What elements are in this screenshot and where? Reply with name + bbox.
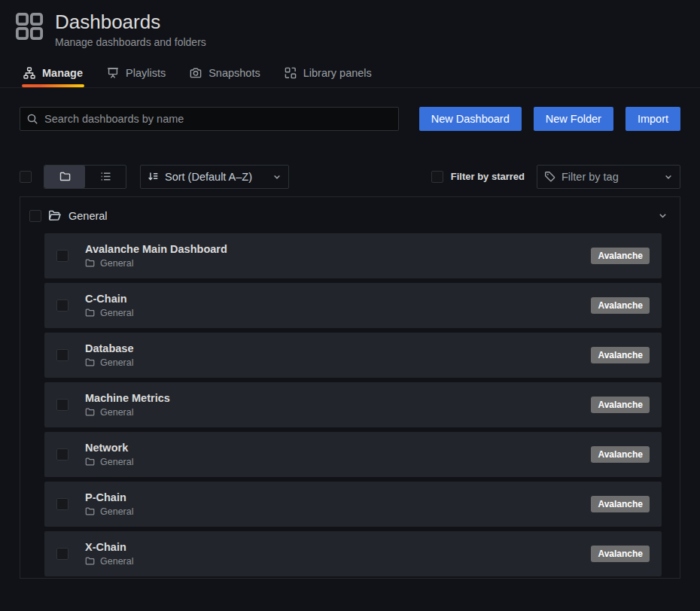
new-folder-button[interactable]: New Folder xyxy=(534,107,613,131)
dashboard-row[interactable]: X-Chain General Avalanche xyxy=(44,531,662,576)
chevron-down-icon xyxy=(272,172,282,181)
dashboard-folder: General xyxy=(85,407,170,418)
row-checkbox[interactable] xyxy=(56,349,68,361)
chevron-down-icon[interactable] xyxy=(658,211,668,220)
dashboard-row[interactable]: C-Chain General Avalanche xyxy=(44,283,662,328)
row-main: P-Chain General xyxy=(85,491,133,517)
dashboard-row[interactable]: Avalanche Main Dashboard General Avalanc… xyxy=(44,233,662,278)
library-panel-icon xyxy=(285,67,297,79)
results-container: General Avalanche Main Dashboard General… xyxy=(20,196,680,579)
folder-icon xyxy=(85,407,95,417)
new-dashboard-button[interactable]: New Dashboard xyxy=(419,107,522,131)
starred-filter[interactable]: Filter by starred xyxy=(431,171,525,183)
tab-label: Snapshots xyxy=(208,67,260,79)
sort-amount-down-icon xyxy=(148,171,159,182)
folder-icon xyxy=(59,171,71,182)
dashboard-folder: General xyxy=(85,457,133,467)
apps-icon xyxy=(15,12,44,41)
sort-dropdown[interactable]: Sort (Default A–Z) xyxy=(140,165,289,189)
dashboard-folder: General xyxy=(85,506,133,517)
select-all-checkbox[interactable] xyxy=(20,171,32,183)
folder-icon xyxy=(85,357,95,367)
dashboard-folder-label: General xyxy=(100,407,133,418)
list-view-button[interactable] xyxy=(85,166,126,188)
row-checkbox[interactable] xyxy=(56,250,68,262)
dashboard-folder: General xyxy=(85,258,227,269)
tag-badge[interactable]: Avalanche xyxy=(591,496,650,512)
tab-playlists[interactable]: Playlists xyxy=(105,61,167,87)
dashboard-title: Machine Metrics xyxy=(85,392,170,404)
row-checkbox[interactable] xyxy=(56,299,68,312)
tag-filter-dropdown[interactable]: Filter by tag xyxy=(537,165,680,189)
row-checkbox[interactable] xyxy=(56,448,68,461)
dashboard-title: X-Chain xyxy=(85,541,133,553)
tab-library-panels[interactable]: Library panels xyxy=(283,61,373,87)
row-main: Avalanche Main Dashboard General xyxy=(85,243,227,269)
search-row: New Dashboard New Folder Import xyxy=(20,107,680,131)
tabs-bar: Manage Playlists Snapshots xyxy=(0,61,700,88)
folder-section-header[interactable]: General xyxy=(20,202,680,230)
dashboard-title: Database xyxy=(85,342,133,354)
presentation-icon xyxy=(107,67,119,79)
sitemap-icon xyxy=(23,67,35,79)
row-checkbox[interactable] xyxy=(56,399,68,411)
tag-badge[interactable]: Avalanche xyxy=(591,297,650,314)
search-input[interactable] xyxy=(20,107,399,131)
folder-icon xyxy=(85,556,95,566)
main-content: New Dashboard New Folder Import xyxy=(0,107,700,579)
filter-toolbar: Sort (Default A–Z) Filter by starred Fil… xyxy=(20,165,680,189)
dashboard-folder-label: General xyxy=(100,357,133,368)
dashboard-row[interactable]: P-Chain General Avalanche xyxy=(44,482,662,527)
sort-label: Sort (Default A–Z) xyxy=(165,171,252,183)
dashboard-row[interactable]: Database General Avalanche xyxy=(44,333,662,378)
header-text: Dashboards Manage dashboards and folders xyxy=(55,11,206,48)
tag-badge[interactable]: Avalanche xyxy=(591,446,650,463)
folder-name: General xyxy=(68,210,108,222)
search-icon xyxy=(26,113,38,125)
row-checkbox[interactable] xyxy=(56,498,68,510)
chevron-down-icon xyxy=(664,172,673,181)
tag-badge[interactable]: Avalanche xyxy=(591,546,650,562)
folder-checkbox[interactable] xyxy=(29,210,41,222)
page-subtitle: Manage dashboards and folders xyxy=(55,36,206,48)
dashboard-folder-label: General xyxy=(100,457,133,467)
tag-badge[interactable]: Avalanche xyxy=(591,248,650,264)
action-buttons: New Dashboard New Folder Import xyxy=(419,107,680,131)
row-main: Machine Metrics General xyxy=(85,392,170,418)
import-button[interactable]: Import xyxy=(625,107,680,131)
tab-snapshots[interactable]: Snapshots xyxy=(188,61,262,87)
row-main: Network General xyxy=(85,442,133,467)
list-icon xyxy=(100,171,111,182)
folder-icon xyxy=(85,258,95,268)
dashboard-folder-label: General xyxy=(100,308,133,318)
dashboard-folder-label: General xyxy=(100,556,133,567)
dashboard-title: P-Chain xyxy=(85,491,133,503)
folder-icon xyxy=(85,308,95,318)
row-checkbox[interactable] xyxy=(56,548,68,560)
dashboard-folder-label: General xyxy=(100,258,133,269)
row-main: C-Chain General xyxy=(85,293,133,318)
view-toggle xyxy=(44,165,126,189)
folder-view-button[interactable] xyxy=(44,166,85,188)
folder-icon xyxy=(85,457,95,467)
starred-checkbox[interactable] xyxy=(431,171,443,183)
search-wrap xyxy=(20,107,399,131)
dashboard-row[interactable]: Machine Metrics General Avalanche xyxy=(44,382,662,427)
tab-label: Manage xyxy=(42,67,83,79)
tab-label: Library panels xyxy=(303,67,372,79)
tag-badge[interactable]: Avalanche xyxy=(591,347,650,363)
tag-filter-label: Filter by tag xyxy=(562,171,619,183)
tag-badge[interactable]: Avalanche xyxy=(591,397,650,413)
dashboard-title: C-Chain xyxy=(85,293,133,305)
row-main: Database General xyxy=(85,342,133,368)
camera-icon xyxy=(190,67,202,79)
tag-icon xyxy=(544,171,555,182)
tab-manage[interactable]: Manage xyxy=(22,61,84,87)
starred-label: Filter by starred xyxy=(451,171,525,182)
dashboard-title: Network xyxy=(85,442,133,454)
dashboard-list: Avalanche Main Dashboard General Avalanc… xyxy=(20,230,680,576)
dashboard-folder: General xyxy=(85,357,133,368)
dashboard-folder-label: General xyxy=(100,506,133,517)
dashboard-row[interactable]: Network General Avalanche xyxy=(44,432,662,477)
folder-open-icon xyxy=(48,209,61,222)
